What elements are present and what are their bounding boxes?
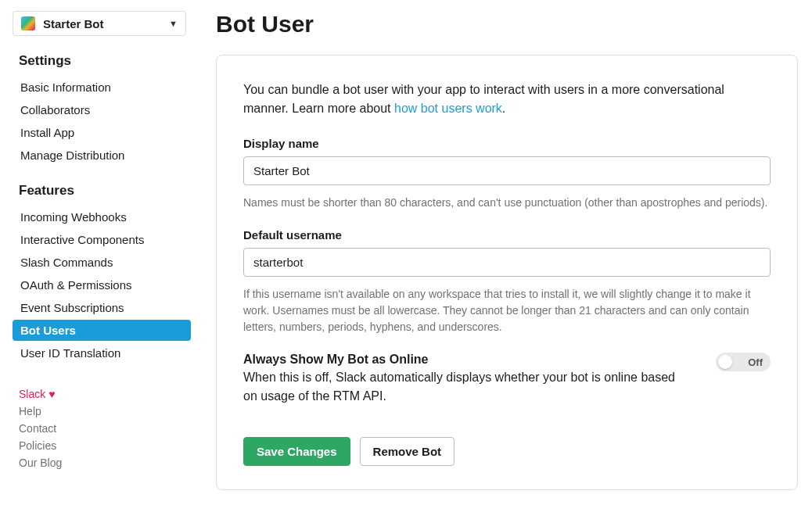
online-toggle-row: Always Show My Bot as Online When this i… [243,353,771,406]
footer-contact[interactable]: Contact [19,420,191,437]
settings-nav: Basic Information Collaborators Install … [13,77,191,166]
username-label: Default username [243,228,771,242]
heart-icon: ♥ [49,388,55,400]
footer-policies[interactable]: Policies [19,437,191,454]
intro-link[interactable]: how bot users work [394,102,502,115]
nav-oauth-permissions[interactable]: OAuth & Permissions [13,274,191,295]
display-name-help: Names must be shorter than 80 characters… [243,195,771,211]
features-heading: Features [19,183,191,199]
save-button[interactable]: Save Changes [243,437,350,466]
nav-event-subscriptions[interactable]: Event Subscriptions [13,297,191,318]
online-toggle-label: Always Show My Bot as Online [243,353,689,367]
footer-links: Slack ♥ Help Contact Policies Our Blog [13,385,191,471]
sidebar: Starter Bot ▼ Settings Basic Information… [0,0,191,505]
nav-slash-commands[interactable]: Slash Commands [13,252,191,273]
toggle-state-text: Off [748,356,763,368]
online-toggle-description: When this is off, Slack automatically di… [243,368,689,406]
remove-button[interactable]: Remove Bot [360,437,455,466]
nav-collaborators[interactable]: Collaborators [13,99,191,120]
username-help: If this username isn't available on any … [243,286,771,335]
main-content: Bot User You can bundle a bot user with … [191,0,812,505]
nav-basic-information[interactable]: Basic Information [13,77,191,98]
nav-bot-users[interactable]: Bot Users [13,320,191,341]
footer-brand[interactable]: Slack ♥ [19,385,191,403]
footer-help[interactable]: Help [19,403,191,420]
chevron-down-icon: ▼ [169,19,178,28]
nav-interactive-components[interactable]: Interactive Components [13,229,191,250]
button-row: Save Changes Remove Bot [243,437,771,466]
app-selector-dropdown[interactable]: Starter Bot ▼ [13,11,186,36]
display-name-input[interactable] [243,156,771,185]
app-icon [21,16,35,30]
intro-text: You can bundle a bot user with your app … [243,81,771,118]
nav-install-app[interactable]: Install App [13,122,191,143]
username-input[interactable] [243,248,771,277]
features-nav: Incoming Webhooks Interactive Components… [13,206,191,364]
app-name: Starter Bot [43,17,169,30]
bot-user-panel: You can bundle a bot user with your app … [216,55,798,490]
display-name-label: Display name [243,137,771,150]
settings-heading: Settings [19,53,191,69]
page-title: Bot User [216,11,798,38]
nav-incoming-webhooks[interactable]: Incoming Webhooks [13,206,191,227]
toggle-knob [718,355,732,369]
intro-suffix: . [502,102,505,115]
nav-user-id-translation[interactable]: User ID Translation [13,342,191,364]
footer-brand-label: Slack [19,388,45,400]
online-toggle[interactable]: Off [716,353,771,371]
footer-blog[interactable]: Our Blog [19,454,191,471]
nav-manage-distribution[interactable]: Manage Distribution [13,145,191,166]
